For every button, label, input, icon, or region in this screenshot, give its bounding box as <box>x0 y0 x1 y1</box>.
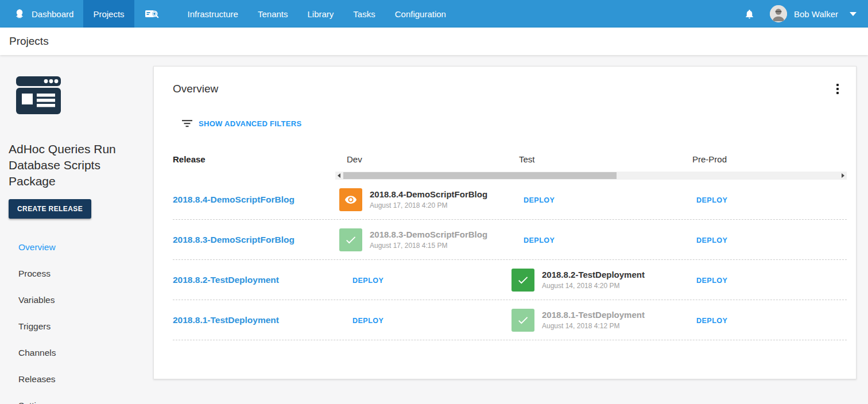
deploy-button[interactable]: DEPLOY <box>352 277 383 285</box>
deploy-button[interactable]: DEPLOY <box>352 317 383 325</box>
user-name: Bob Walker <box>794 9 838 19</box>
project-nav: Overview Process Variables Triggers Chan… <box>9 236 146 404</box>
horizontal-scrollbar[interactable] <box>335 172 847 180</box>
breadcrumb: Projects <box>9 35 49 48</box>
page-title: Overview <box>173 83 218 95</box>
deploy-button[interactable]: DEPLOY <box>524 196 555 204</box>
nav-item-library[interactable]: Library <box>298 0 344 28</box>
nav-label: Tenants <box>258 9 288 19</box>
check-icon <box>512 269 534 292</box>
deployment-date: August 17, 2018 4:20 PM <box>370 201 487 209</box>
show-advanced-filters-button[interactable]: SHOW ADVANCED FILTERS <box>182 119 856 128</box>
nav-item-projects[interactable]: Projects <box>83 0 134 28</box>
deployment-title: 2018.8.3-DemoScriptForBlog <box>370 230 487 239</box>
deploy-button[interactable]: DEPLOY <box>696 196 727 204</box>
deployment-status[interactable]: 2018.8.3-DemoScriptForBlog August 17, 20… <box>339 228 519 251</box>
deployment-date: August 14, 2018 4:12 PM <box>542 322 645 330</box>
sidebar-item-overview[interactable]: Overview <box>9 236 146 258</box>
table-row: 2018.8.2-TestDeployment DEPLOY 2018.8.2-… <box>173 260 847 300</box>
bell-icon <box>744 9 755 20</box>
nav-item-project-search[interactable] <box>134 0 170 28</box>
nav-item-dashboard[interactable]: Dashboard <box>0 0 83 28</box>
nav-item-tenants[interactable]: Tenants <box>248 0 298 28</box>
deployment-status[interactable]: 2018.8.2-TestDeployment August 14, 2018 … <box>512 269 692 292</box>
deploy-button[interactable]: DEPLOY <box>696 277 727 285</box>
nav-item-tasks[interactable]: Tasks <box>343 0 385 28</box>
deployment-status[interactable]: 2018.8.4-DemoScriptForBlog August 17, 20… <box>339 188 519 211</box>
release-link[interactable]: 2018.8.1-TestDeployment <box>173 315 279 325</box>
eye-icon <box>339 188 362 211</box>
overflow-menu-icon[interactable] <box>832 81 843 96</box>
nav-label: Configuration <box>395 9 446 19</box>
nav-label: Dashboard <box>32 9 73 19</box>
project-logo-icon <box>14 73 146 120</box>
chevron-down-icon <box>850 12 857 16</box>
table-row: 2018.8.1-TestDeployment DEPLOY 2018.8.1-… <box>173 300 847 340</box>
filters-label: SHOW ADVANCED FILTERS <box>199 119 301 128</box>
create-release-button[interactable]: CREATE RELEASE <box>9 199 91 219</box>
table-header-row: Release Dev Test Pre-Prod <box>173 154 847 164</box>
scroll-left-arrow[interactable] <box>338 173 340 178</box>
column-header-test: Test <box>519 154 692 164</box>
column-header-dev: Dev <box>347 154 519 164</box>
table-row: 2018.8.4-DemoScriptForBlog 2018.8.4-Demo… <box>173 180 847 220</box>
project-sidebar: AdHoc Queries Run Database Scripts Packa… <box>0 55 153 404</box>
release-link[interactable]: 2018.8.4-DemoScriptForBlog <box>173 195 294 204</box>
scroll-right-arrow[interactable] <box>842 173 844 178</box>
avatar <box>770 5 787 22</box>
deployment-status[interactable]: 2018.8.1-TestDeployment August 14, 2018 … <box>512 309 692 332</box>
user-menu[interactable]: Bob Walker <box>770 0 868 28</box>
top-navigation: Dashboard Projects Infrastructure Tenant… <box>0 0 868 28</box>
deployment-title: 2018.8.2-TestDeployment <box>542 270 645 279</box>
nav-label: Library <box>308 9 334 19</box>
column-header-preprod: Pre-Prod <box>692 154 847 164</box>
sidebar-item-releases[interactable]: Releases <box>9 368 146 390</box>
sidebar-item-process[interactable]: Process <box>9 263 146 285</box>
page-body: AdHoc Queries Run Database Scripts Packa… <box>0 55 868 404</box>
sidebar-item-triggers[interactable]: Triggers <box>9 316 146 337</box>
scrollbar-thumb[interactable] <box>343 172 617 179</box>
nav-label: Infrastructure <box>188 9 238 19</box>
check-icon <box>512 309 534 332</box>
project-title: AdHoc Queries Run Database Scripts Packa… <box>9 141 146 189</box>
column-header-release: Release <box>173 154 347 164</box>
octopus-logo-icon <box>14 8 26 20</box>
nav-item-configuration[interactable]: Configuration <box>385 0 456 28</box>
deploy-button[interactable]: DEPLOY <box>696 236 727 244</box>
nav-spacer <box>456 0 729 28</box>
breadcrumb-bar: Projects <box>0 28 868 55</box>
sidebar-item-settings[interactable]: Settings <box>9 395 146 404</box>
nav-label: Tasks <box>353 9 375 19</box>
deploy-button[interactable]: DEPLOY <box>696 317 727 325</box>
project-search-icon <box>145 8 160 20</box>
release-link[interactable]: 2018.8.3-DemoScriptForBlog <box>173 235 294 244</box>
nav-label: Projects <box>93 9 124 19</box>
deployment-date: August 17, 2018 4:15 PM <box>370 242 487 250</box>
releases-table: Release Dev Test Pre-Prod 2018.8.4-DemoS… <box>154 154 856 340</box>
deploy-button[interactable]: DEPLOY <box>524 236 555 244</box>
table-row: 2018.8.3-DemoScriptForBlog 2018.8.3-Demo… <box>173 220 847 260</box>
deployment-title: 2018.8.1-TestDeployment <box>542 310 645 320</box>
sidebar-item-channels[interactable]: Channels <box>9 342 146 364</box>
nav-item-infrastructure[interactable]: Infrastructure <box>178 0 248 28</box>
deployment-date: August 14, 2018 4:20 PM <box>542 282 645 290</box>
check-icon <box>339 228 362 251</box>
deployment-title: 2018.8.4-DemoScriptForBlog <box>370 189 487 199</box>
card-header: Overview <box>154 67 856 96</box>
sidebar-item-variables[interactable]: Variables <box>9 289 146 311</box>
notifications-button[interactable] <box>729 0 770 28</box>
overview-card: Overview SHOW ADVANCED FILTERS Release D… <box>153 66 857 379</box>
filter-icon <box>182 120 192 127</box>
release-link[interactable]: 2018.8.2-TestDeployment <box>173 275 279 285</box>
